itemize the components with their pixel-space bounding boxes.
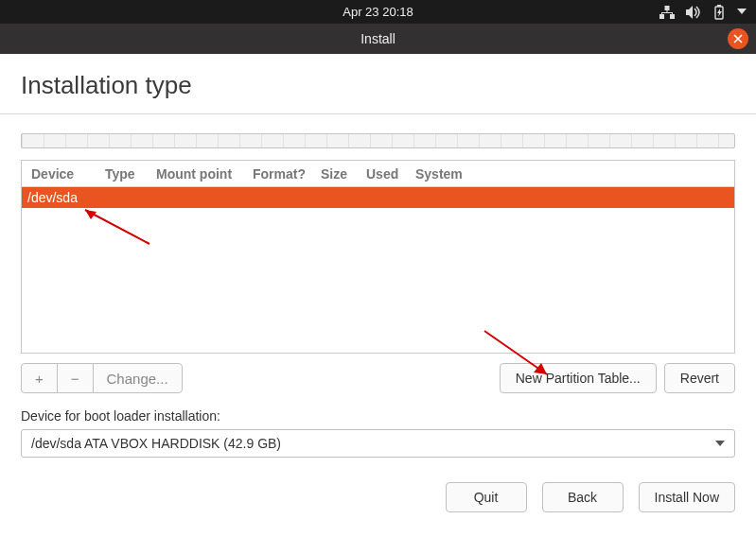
svg-rect-4 [661,12,673,13]
toolbar-right: New Partition Table... Revert [492,363,735,393]
bootloader-device-select[interactable]: /dev/sda ATA VBOX HARDDISK (42.9 GB) [21,429,735,458]
add-partition-button[interactable]: + [22,364,58,392]
gnome-top-bar: Apr 23 20:18 [0,0,756,24]
svg-rect-5 [661,12,662,15]
toolbar-left: + − Change... [21,363,183,393]
bootloader-label: Device for boot loader installation: [21,408,735,424]
svg-marker-12 [715,441,725,446]
bootloader-selected: /dev/sda ATA VBOX HARDDISK (42.9 GB) [31,436,281,451]
col-mount[interactable]: Mount point [147,166,243,182]
system-tray[interactable] [659,0,747,24]
col-size[interactable]: Size [311,166,357,182]
battery-icon[interactable] [712,5,726,20]
window-title: Install [360,31,396,46]
svg-rect-2 [665,6,670,10]
install-now-button[interactable]: Install Now [639,482,735,512]
table-row[interactable]: /dev/sda [22,187,734,208]
col-device[interactable]: Device [22,166,96,182]
close-icon [733,34,743,43]
svg-marker-11 [737,9,747,14]
col-type[interactable]: Type [96,166,147,182]
cell-device: /dev/sda [22,190,83,205]
tray-menu-chevron-icon[interactable] [737,9,747,16]
partition-table-header: Device Type Mount point Format? Size Use… [22,161,734,187]
new-partition-table-button[interactable]: New Partition Table... [500,363,657,393]
table-toolbar: + − Change... New Partition Table... Rev… [21,363,735,393]
separator [0,113,756,114]
segmented-buttons: + − Change... [21,363,183,393]
partition-table: Device Type Mount point Format? Size Use… [21,160,735,354]
change-partition-button[interactable]: Change... [94,364,182,392]
col-used[interactable]: Used [357,166,406,182]
network-icon[interactable] [659,6,675,19]
svg-rect-9 [717,5,721,7]
col-format[interactable]: Format? [243,166,311,182]
svg-rect-6 [672,12,673,15]
col-system[interactable]: System [406,166,734,182]
svg-marker-10 [717,9,722,17]
window-close-button[interactable] [728,28,748,49]
clock-text: Apr 23 20:18 [343,5,413,19]
wizard-footer: Quit Back Install Now [21,482,735,512]
page-title: Installation type [21,71,735,100]
revert-button[interactable]: Revert [664,363,735,393]
back-button[interactable]: Back [542,482,624,512]
remove-partition-button[interactable]: − [58,364,94,392]
quit-button[interactable]: Quit [446,482,527,512]
svg-marker-7 [686,6,693,19]
disk-usage-bar [21,133,735,148]
volume-icon[interactable] [686,6,701,19]
main-content: Installation type Device Type Mount poin… [0,54,756,512]
window-titlebar: Install [0,24,756,54]
chevron-down-icon [715,436,725,451]
